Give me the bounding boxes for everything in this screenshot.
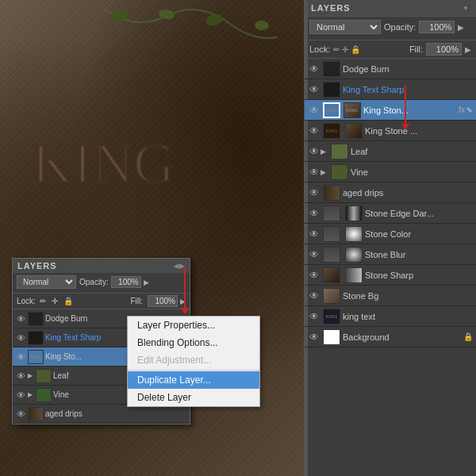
ctx-divider (128, 370, 259, 370)
eye-icon[interactable]: 👁 (308, 105, 321, 116)
layer-item-king-text-sharp[interactable]: 👁 King Text Sharp (305, 79, 476, 100)
fp-lock-all-icon[interactable]: 🔒 (63, 297, 73, 305)
eye-icon[interactable]: 👁 (308, 208, 321, 219)
layer-item-vine[interactable]: 👁 ▶ Vine (305, 162, 476, 182)
fp-thumb (36, 388, 52, 402)
layer-item-background[interactable]: 👁 Background 🔒 (305, 327, 476, 347)
fill-input[interactable] (426, 43, 462, 56)
layer-name: King Text Sharp (343, 85, 473, 94)
eye-icon[interactable]: 👁 (308, 270, 321, 281)
fp-fill-label: Fill: (130, 297, 143, 305)
folder-arrow-icon[interactable]: ▶ (321, 168, 328, 176)
eye-icon[interactable]: 👁 (308, 125, 321, 136)
fp-blend-select[interactable]: Normal (17, 275, 76, 289)
fp-lock-row: Lock: ✏ ✛ 🔒 Fill: ▶ (13, 294, 190, 309)
layers-panel-title: LAYERS (311, 3, 351, 13)
layer-name: aged drips (343, 188, 473, 198)
layer-thumbnail-2 (345, 123, 363, 139)
fp-fill-input[interactable] (148, 295, 178, 307)
opacity-arrow[interactable]: ▶ (458, 23, 464, 32)
fp-eye-icon[interactable]: 👁 (15, 314, 26, 324)
layer-thumbnail (323, 205, 340, 221)
layer-item-king-stone-text[interactable]: 👁 KING KING King Ston... fx ✎ (305, 100, 476, 121)
eye-icon[interactable]: 👁 (308, 167, 321, 178)
fp-thumb (36, 369, 52, 383)
fp-eye-icon[interactable]: 👁 (15, 409, 26, 419)
fp-folder-arrow[interactable]: ▶ (28, 391, 33, 398)
fp-thumb: KING (28, 350, 44, 364)
fp-lock-move-icon[interactable]: ✛ (52, 297, 58, 305)
layer-item-stone-sharp[interactable]: 👁 Stone Sharp (305, 265, 476, 286)
layer-name: king text (343, 312, 473, 321)
layer-name: Stone Edge Dar... (365, 209, 473, 218)
fill-arrow[interactable]: ▶ (465, 45, 471, 54)
layers-panel-header: LAYERS ▼ (305, 0, 476, 17)
eye-icon[interactable]: 👁 (308, 63, 321, 75)
layer-name: Stone Sharp (365, 271, 473, 280)
ctx-layer-properties[interactable]: Layer Properties... (128, 317, 259, 334)
layer-name: Vine (351, 167, 473, 177)
eye-icon[interactable]: 👁 (308, 311, 321, 322)
fp-lock-pos-icon[interactable]: ✏ (40, 297, 46, 305)
fp-opacity-arrow[interactable]: ▶ (144, 278, 149, 286)
layer-item-stone-bg[interactable]: 👁 Stone Bg (305, 286, 476, 306)
folder-arrow-icon[interactable]: ▶ (321, 148, 328, 155)
layer-name: Leaf (351, 147, 473, 156)
layer-item-dodge-burn[interactable]: 👁 Dodge Burn (305, 59, 476, 79)
eye-icon[interactable]: 👁 (308, 187, 321, 198)
layer-thumbnail-2: KING (344, 102, 361, 118)
fp-thumb (28, 407, 44, 421)
fp-folder-arrow[interactable]: ▶ (28, 372, 33, 379)
fp-eye-icon[interactable]: 👁 (15, 352, 26, 362)
layer-item-stone-edge[interactable]: 👁 Stone Edge Dar... (305, 203, 476, 224)
eye-icon[interactable]: 👁 (308, 332, 321, 343)
layer-item-king-text[interactable]: 👁 KING king text (305, 306, 476, 327)
ctx-edit-adjustment: Edit Adjustment... (128, 351, 259, 369)
lock-move-icon[interactable]: ✛ (342, 45, 348, 54)
vine-decoration (40, 0, 278, 79)
fp-eye-icon[interactable]: 👁 (15, 371, 26, 381)
layer-thumbnail (323, 185, 340, 201)
opacity-input[interactable] (419, 21, 455, 33)
arrow-annotation (184, 266, 186, 313)
arrow-annotation-main (405, 86, 406, 129)
fp-eye-icon[interactable]: 👁 (15, 390, 26, 400)
eye-icon[interactable]: 👁 (308, 228, 321, 240)
layers-list: 👁 Dodge Burn 👁 King Text Sharp 👁 KING KI… (305, 59, 476, 447)
layer-thumbnail (323, 61, 340, 77)
layer-thumbnail (323, 329, 340, 345)
eye-icon[interactable]: 👁 (308, 84, 321, 95)
layer-item-stone-color[interactable]: 👁 Stone Color (305, 224, 476, 244)
panel-menu-icon[interactable]: ▼ (463, 5, 470, 12)
lock-position-icon[interactable]: ✏ (333, 45, 340, 54)
eye-icon[interactable]: 👁 (308, 146, 321, 157)
layer-name: Stone Bg (343, 291, 473, 301)
layer-item-stone-blur[interactable]: 👁 Stone Blur (305, 244, 476, 265)
layer-thumbnail: KING (323, 309, 340, 324)
ctx-delete-layer[interactable]: Delete Layer (128, 389, 259, 406)
layer-thumbnail (323, 267, 340, 283)
floating-panel-controls: Normal Opacity: ▶ (13, 273, 190, 294)
layer-thumbnail (323, 288, 340, 304)
fp-opacity-input[interactable] (111, 276, 141, 288)
floating-panel-arrows[interactable]: ◀▶ (174, 263, 185, 270)
blend-mode-select[interactable]: Normal (309, 20, 381, 34)
layer-name: Stone Blur (365, 250, 473, 259)
ctx-duplicate-layer[interactable]: Duplicate Layer... (128, 371, 259, 389)
eye-icon[interactable]: 👁 (308, 249, 321, 260)
ctx-blending-options[interactable]: Blending Options... (128, 334, 259, 351)
layer-thumbnail (323, 226, 340, 242)
layer-thumbnail-2 (345, 247, 363, 263)
layer-item-king-stone[interactable]: 👁 KING King Stone ... (305, 121, 476, 141)
lock-all-icon[interactable]: 🔒 (351, 45, 360, 54)
svg-text:KING: KING (32, 132, 175, 195)
layer-item-aged-drips[interactable]: 👁 aged drips (305, 182, 476, 203)
eye-icon[interactable]: 👁 (308, 290, 321, 301)
fp-eye-icon[interactable]: 👁 (15, 333, 26, 343)
layer-edit-icon[interactable]: ✎ (466, 106, 473, 114)
layer-item-leaf[interactable]: 👁 ▶ Leaf (305, 141, 476, 162)
layer-thumbnail-2 (345, 226, 363, 242)
fp-thumb (28, 331, 44, 345)
lock-fill-row: Lock: ✏ ✛ 🔒 Fill: ▶ (305, 40, 476, 59)
fp-layer-aged[interactable]: 👁 aged drips (13, 405, 190, 424)
